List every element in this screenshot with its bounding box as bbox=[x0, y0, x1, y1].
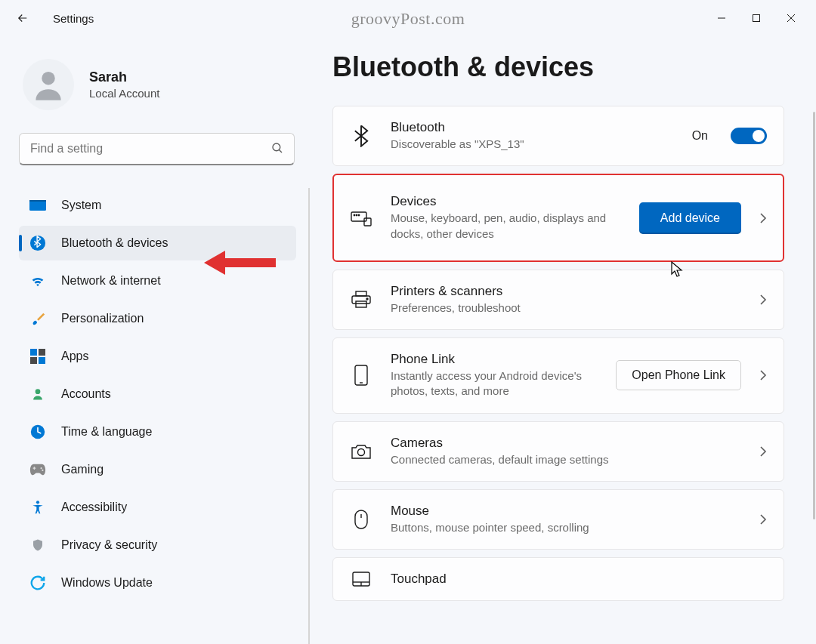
sidebar-item-system[interactable]: System bbox=[19, 188, 296, 223]
accounts-icon bbox=[29, 386, 46, 402]
svg-rect-29 bbox=[355, 510, 367, 528]
devices-card[interactable]: Devices Mouse, keyboard, pen, audio, dis… bbox=[332, 174, 784, 262]
svg-rect-11 bbox=[39, 357, 45, 364]
back-button[interactable] bbox=[8, 3, 38, 33]
nav-label: System bbox=[61, 199, 101, 212]
clock-globe-icon bbox=[29, 424, 46, 440]
sidebar-item-time-language[interactable]: Time & language bbox=[19, 414, 296, 449]
watermark: groovyPost.com bbox=[351, 9, 465, 29]
nav-label: Privacy & security bbox=[61, 538, 157, 552]
svg-rect-24 bbox=[356, 301, 366, 307]
svg-rect-26 bbox=[355, 365, 367, 385]
brush-icon bbox=[29, 310, 46, 327]
chevron-right-icon bbox=[759, 369, 767, 381]
touchpad-icon bbox=[350, 572, 372, 587]
chevron-right-icon bbox=[759, 212, 767, 224]
svg-point-2 bbox=[42, 72, 55, 85]
svg-point-7 bbox=[30, 236, 45, 251]
svg-point-25 bbox=[366, 298, 368, 300]
gamepad-icon bbox=[29, 461, 46, 478]
card-title: Cameras bbox=[391, 436, 741, 451]
account-type: Local Account bbox=[89, 87, 159, 100]
accessibility-icon bbox=[29, 499, 46, 516]
svg-point-15 bbox=[42, 470, 43, 471]
svg-point-20 bbox=[356, 214, 357, 215]
camera-icon bbox=[350, 443, 372, 460]
card-subtitle: Buttons, mouse pointer speed, scrolling bbox=[391, 520, 741, 535]
maximize-button[interactable] bbox=[739, 6, 774, 30]
bluetooth-toggle[interactable] bbox=[731, 128, 767, 144]
card-title: Mouse bbox=[391, 504, 741, 519]
chevron-right-icon bbox=[759, 294, 767, 306]
printers-card[interactable]: Printers & scanners Preferences, trouble… bbox=[332, 270, 784, 330]
scrollbar[interactable] bbox=[813, 112, 815, 519]
svg-point-14 bbox=[40, 467, 42, 469]
chevron-right-icon bbox=[759, 513, 767, 525]
svg-rect-9 bbox=[39, 349, 45, 356]
printer-icon bbox=[350, 291, 372, 309]
card-subtitle: Connected cameras, default image setting… bbox=[391, 452, 741, 467]
main-content: Bluetooth & devices Bluetooth Discoverab… bbox=[310, 36, 816, 644]
bluetooth-card[interactable]: Bluetooth Discoverable as "XPS_13" On bbox=[332, 106, 784, 166]
card-subtitle: Mouse, keyboard, pen, audio, displays an… bbox=[391, 211, 621, 242]
sidebar-item-personalization[interactable]: Personalization bbox=[19, 301, 296, 336]
svg-rect-5 bbox=[29, 200, 46, 211]
svg-rect-10 bbox=[30, 357, 37, 364]
sidebar-item-apps[interactable]: Apps bbox=[19, 339, 296, 374]
svg-rect-6 bbox=[29, 200, 46, 202]
arrow-left-icon bbox=[16, 11, 29, 25]
nav-label: Windows Update bbox=[61, 576, 153, 590]
sidebar-item-accounts[interactable]: Accounts bbox=[19, 377, 296, 411]
sidebar-item-accessibility[interactable]: Accessibility bbox=[19, 490, 296, 525]
card-title: Printers & scanners bbox=[391, 284, 741, 299]
search-container bbox=[19, 133, 295, 165]
touchpad-card[interactable]: Touchpad bbox=[332, 557, 784, 601]
cameras-card[interactable]: Cameras Connected cameras, default image… bbox=[332, 421, 784, 482]
phone-link-card[interactable]: Phone Link Instantly access your Android… bbox=[332, 337, 784, 414]
svg-line-4 bbox=[279, 149, 282, 153]
user-profile[interactable]: Sarah Local Account bbox=[19, 59, 310, 110]
card-title: Phone Link bbox=[391, 352, 598, 367]
devices-icon bbox=[350, 209, 372, 227]
svg-rect-18 bbox=[364, 218, 371, 226]
close-button[interactable] bbox=[774, 6, 808, 30]
nav-label: Personalization bbox=[61, 312, 144, 325]
nav-label: Gaming bbox=[61, 463, 104, 476]
mouse-icon bbox=[350, 510, 372, 529]
annotation-arrow bbox=[204, 248, 280, 278]
nav-label: Apps bbox=[61, 350, 88, 363]
nav-label: Bluetooth & devices bbox=[61, 236, 168, 250]
chevron-right-icon bbox=[759, 445, 767, 458]
user-name: Sarah bbox=[89, 69, 159, 85]
update-icon bbox=[29, 575, 46, 591]
nav-label: Time & language bbox=[61, 425, 152, 439]
page-title: Bluetooth & devices bbox=[332, 51, 784, 83]
card-title: Touchpad bbox=[391, 572, 767, 587]
sidebar-item-windows-update[interactable]: Windows Update bbox=[19, 565, 296, 600]
open-phone-link-button[interactable]: Open Phone Link bbox=[616, 360, 741, 390]
shield-icon bbox=[29, 537, 46, 553]
add-device-button[interactable]: Add device bbox=[639, 202, 741, 234]
sidebar-item-privacy[interactable]: Privacy & security bbox=[19, 528, 296, 562]
card-title: Devices bbox=[391, 194, 621, 209]
window-controls bbox=[704, 6, 808, 30]
wifi-icon bbox=[29, 273, 46, 289]
card-title: Bluetooth bbox=[391, 120, 674, 135]
card-subtitle: Preferences, troubleshoot bbox=[391, 300, 741, 316]
sidebar-item-gaming[interactable]: Gaming bbox=[19, 452, 296, 487]
svg-rect-8 bbox=[30, 349, 37, 356]
minimize-button[interactable] bbox=[704, 6, 739, 30]
bluetooth-icon bbox=[29, 235, 46, 251]
nav-label: Network & internet bbox=[61, 274, 161, 288]
svg-point-3 bbox=[273, 143, 280, 151]
search-input[interactable] bbox=[19, 133, 295, 165]
card-subtitle: Discoverable as "XPS_13" bbox=[391, 137, 674, 152]
search-icon bbox=[270, 141, 284, 158]
avatar bbox=[23, 59, 74, 110]
svg-point-19 bbox=[354, 214, 354, 215]
svg-point-21 bbox=[358, 214, 359, 215]
sidebar: Sarah Local Account System Bluetooth & d… bbox=[0, 36, 310, 644]
mouse-card[interactable]: Mouse Buttons, mouse pointer speed, scro… bbox=[332, 489, 784, 550]
apps-icon bbox=[29, 348, 46, 365]
maximize-icon bbox=[752, 14, 761, 23]
